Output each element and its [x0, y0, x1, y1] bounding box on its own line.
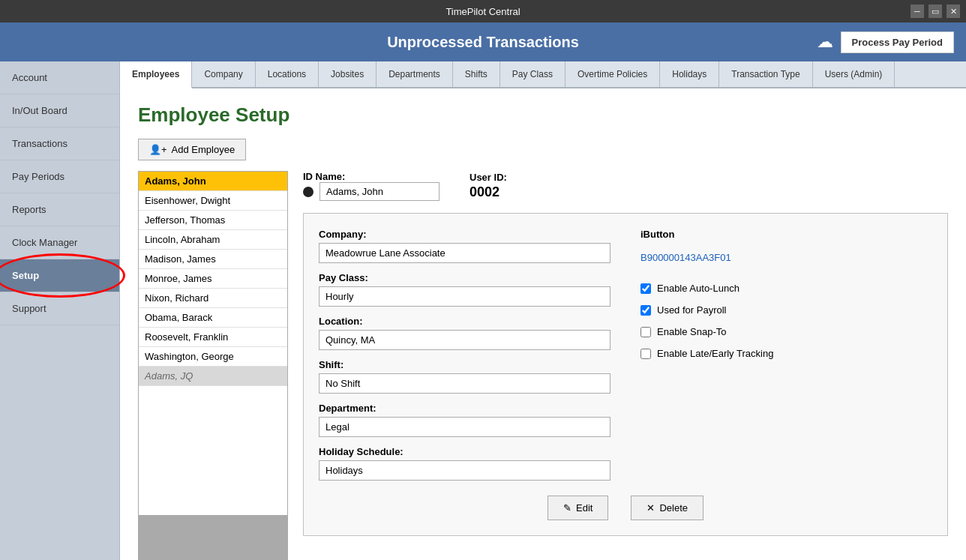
holiday-schedule-field: Holiday Schedule:	[319, 446, 610, 481]
left-column: Company: Pay Class: Location:	[319, 229, 610, 481]
shift-field: Shift:	[319, 359, 610, 394]
pay-class-label: Pay Class:	[319, 272, 610, 283]
add-employee-button[interactable]: 👤+ Add Employee	[138, 139, 246, 160]
window-controls: ─ ▭ ✕	[910, 4, 960, 18]
tab-transactiontype[interactable]: Transaction Type	[719, 61, 812, 87]
tabs-bar: Employees Company Locations Jobsites Dep…	[120, 61, 966, 88]
holiday-schedule-input[interactable]	[319, 460, 610, 481]
department-field: Department:	[319, 403, 610, 437]
enable-snap-to-label: Enable Snap-To	[657, 326, 727, 337]
process-period-button[interactable]: Process Pay Period	[841, 31, 954, 53]
enable-auto-lunch-checkbox[interactable]	[640, 283, 651, 294]
pay-class-field: Pay Class:	[319, 272, 610, 307]
pay-class-input[interactable]	[319, 286, 610, 307]
sidebar-item-account[interactable]: Account	[0, 61, 119, 94]
maximize-button[interactable]: ▭	[928, 4, 942, 18]
sidebar-item-transactions[interactable]: Transactions	[0, 127, 119, 160]
ibutton-section: iButton B900000143AA3F01	[640, 229, 932, 263]
list-item[interactable]: Adams, JQ	[139, 367, 287, 386]
cloud-icon[interactable]: ☁	[817, 32, 833, 52]
list-item[interactable]: Adams, John	[139, 172, 287, 191]
company-label: Company:	[319, 229, 610, 240]
tab-locations[interactable]: Locations	[256, 61, 319, 87]
minimize-button[interactable]: ─	[910, 4, 924, 18]
department-label: Department:	[319, 403, 610, 414]
sidebar-item-reports[interactable]: Reports	[0, 193, 119, 226]
holiday-schedule-label: Holiday Schedule:	[319, 446, 610, 457]
employee-list-container: Adams, John Eisenhower, Dwight Jefferson…	[138, 171, 288, 560]
id-name-label: ID Name:	[303, 171, 440, 182]
shift-input[interactable]	[319, 373, 610, 394]
delete-icon: ✕	[646, 502, 655, 514]
right-column: iButton B900000143AA3F01 Enable Auto-Lun…	[640, 229, 932, 481]
sidebar-item-inout[interactable]: In/Out Board	[0, 94, 119, 127]
used-for-payroll-label: Used for Payroll	[657, 304, 726, 316]
tab-shifts[interactable]: Shifts	[453, 61, 500, 87]
main-layout: Account In/Out Board Transactions Pay Pe…	[0, 61, 966, 560]
header-right: ☁ Process Pay Period	[817, 31, 954, 53]
list-item[interactable]: Monroe, James	[139, 269, 287, 289]
userid-label: User ID:	[470, 172, 507, 183]
list-item[interactable]: Jefferson, Thomas	[139, 211, 287, 230]
sidebar-item-setup[interactable]: Setup	[0, 259, 119, 292]
header-bar: Unprocessed Transactions ☁ Process Pay P…	[0, 22, 966, 61]
add-employee-icon: 👤+	[149, 144, 167, 155]
employee-list-empty-area	[138, 516, 288, 560]
delete-label: Delete	[659, 502, 688, 514]
sidebar: Account In/Out Board Transactions Pay Pe…	[0, 61, 120, 560]
department-input[interactable]	[319, 417, 610, 437]
sidebar-item-payperiods[interactable]: Pay Periods	[0, 160, 119, 193]
userid-value: 0002	[470, 184, 507, 200]
content-area: Employees Company Locations Jobsites Dep…	[120, 61, 966, 560]
edit-label: Edit	[576, 502, 592, 514]
enable-late-early-label: Enable Late/Early Tracking	[657, 348, 773, 359]
edit-button[interactable]: ✎ Edit	[548, 496, 608, 520]
ibutton-value: B900000143AA3F01	[640, 252, 932, 263]
location-input[interactable]	[319, 330, 610, 350]
list-item[interactable]: Obama, Barack	[139, 308, 287, 328]
tab-payclass[interactable]: Pay Class	[500, 61, 566, 87]
enable-auto-lunch-label: Enable Auto-Lunch	[657, 283, 740, 294]
enable-late-early-checkbox[interactable]	[640, 349, 651, 359]
used-for-payroll-checkbox[interactable]	[640, 305, 651, 316]
tab-jobsites[interactable]: Jobsites	[319, 61, 376, 87]
userid-section: User ID: 0002	[470, 172, 507, 200]
id-row: ID Name: User ID: 0002	[303, 171, 948, 201]
list-item[interactable]: Nixon, Richard	[139, 289, 287, 308]
page-content: Employee Setup 👤+ Add Employee Adams, Jo…	[120, 88, 966, 560]
employee-detail: ID Name: User ID: 0002	[303, 171, 948, 536]
tab-overtimepolicies[interactable]: Overtime Policies	[566, 61, 660, 87]
list-item[interactable]: Washington, George	[139, 347, 287, 367]
id-name-input[interactable]	[320, 182, 440, 201]
location-label: Location:	[319, 316, 610, 327]
checkbox-group: Enable Auto-Lunch Used for Payroll Enabl…	[640, 275, 932, 359]
ibutton-label: iButton	[640, 229, 932, 240]
sidebar-item-support[interactable]: Support	[0, 292, 119, 325]
tab-usersadmin[interactable]: Users (Admin)	[813, 61, 896, 87]
enable-auto-lunch-row: Enable Auto-Lunch	[640, 283, 932, 294]
used-for-payroll-row: Used for Payroll	[640, 304, 932, 316]
enable-snap-to-checkbox[interactable]	[640, 327, 651, 337]
list-item[interactable]: Eisenhower, Dwight	[139, 191, 287, 211]
add-employee-label: Add Employee	[172, 144, 236, 155]
close-button[interactable]: ✕	[946, 4, 960, 18]
shift-label: Shift:	[319, 359, 610, 370]
delete-button[interactable]: ✕ Delete	[631, 496, 704, 520]
tab-company[interactable]: Company	[192, 61, 255, 87]
company-input[interactable]	[319, 243, 610, 263]
list-item[interactable]: Madison, James	[139, 250, 287, 269]
enable-snap-to-row: Enable Snap-To	[640, 326, 932, 337]
list-item[interactable]: Lincoln, Abraham	[139, 230, 287, 250]
company-field: Company:	[319, 229, 610, 263]
sidebar-item-clockmanager[interactable]: Clock Manager	[0, 226, 119, 259]
id-input-wrap	[303, 182, 440, 201]
title-bar: TimePilot Central ─ ▭ ✕	[0, 0, 966, 22]
header-title: Unprocessed Transactions	[387, 34, 579, 51]
employee-list: Adams, John Eisenhower, Dwight Jefferson…	[138, 171, 288, 516]
location-field: Location:	[319, 316, 610, 350]
tab-departments[interactable]: Departments	[376, 61, 453, 87]
tab-employees[interactable]: Employees	[120, 61, 192, 88]
list-item[interactable]: Roosevelt, Franklin	[139, 328, 287, 347]
tab-holidays[interactable]: Holidays	[660, 61, 719, 87]
action-buttons: ✎ Edit ✕ Delete	[319, 496, 932, 520]
